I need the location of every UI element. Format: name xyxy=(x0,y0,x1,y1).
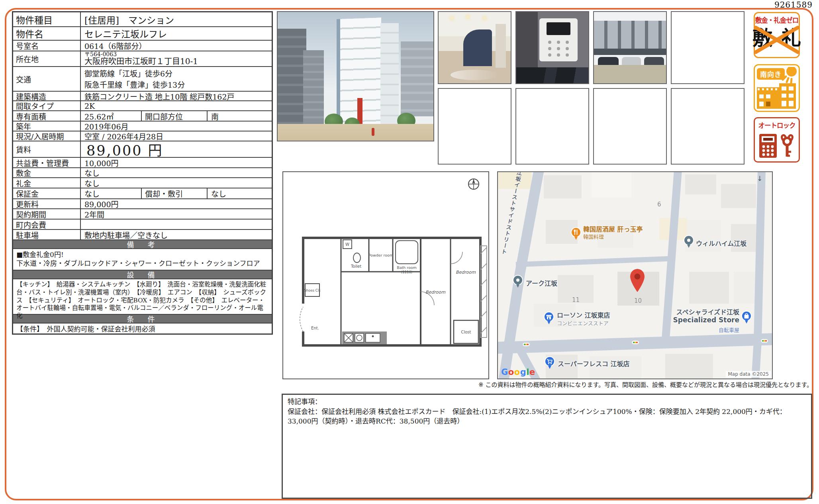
poi-restaurant-category: 韓国料理 xyxy=(583,233,604,240)
location-map: 江坂イーストサイドストリート ↓ 韓国居酒屋 肝っ玉亭 韓国料理 ウィルハイム江… xyxy=(497,171,773,379)
section-equipment: 【キッチン】 給湯器・システムキッチン 【水廻り】 洗面台・浴室乾燥機・洗髪洗面… xyxy=(13,278,272,314)
table-row-guarantee: 保証金 なし 償却・敷引 なし xyxy=(13,188,272,198)
table-row-built: 築年 2019年06月 xyxy=(13,121,272,131)
key-icon xyxy=(779,133,795,158)
row-value: なし xyxy=(81,168,272,177)
section-conditions: 【条件】 外国人契約可能・保証会社利用必須 xyxy=(13,323,272,333)
poi-lawson-category: コンビニエンスストア xyxy=(557,319,609,327)
intercom-key xyxy=(566,47,569,50)
row-label: 現況/入居時期 xyxy=(13,131,81,141)
table-row-contract-period: 契約期間 2年間 xyxy=(13,208,272,219)
photo-building-exterior-main xyxy=(277,11,434,141)
row-label: 保証金 xyxy=(13,188,81,198)
intercom-key xyxy=(548,41,551,44)
row-label: 交通 xyxy=(13,67,81,91)
poi-fresco-name: スーパーフレスコ 江坂店 xyxy=(558,359,629,368)
row-value: なし xyxy=(81,188,142,198)
photo-intercom-panel xyxy=(515,11,589,84)
floor-plan-drawing: Toilet W Powder room Bath room (1116) Be… xyxy=(283,172,488,378)
intercom-icon xyxy=(759,133,777,158)
traffic-light-icon xyxy=(761,339,768,343)
row-label: 礼金 xyxy=(13,178,81,188)
photo-cars-building xyxy=(594,21,666,50)
rent-value: 89,000 円 xyxy=(81,141,272,157)
label-powder-room: Powder room xyxy=(368,253,393,257)
poi-wilheim-name: ウィルハイム江坂 xyxy=(696,238,747,248)
block-number: 6 xyxy=(657,201,661,208)
row-label: 号室名 xyxy=(13,41,81,51)
street-address: 大阪府吹田市江坂町１丁目10-1 xyxy=(84,57,198,66)
poi-specialized-en-name: Specialized Store xyxy=(660,316,739,324)
traffic-light-icon xyxy=(632,341,639,344)
photo-placeholder-empty xyxy=(438,88,511,165)
section-header-equipment: 設 備 xyxy=(13,270,272,278)
label-bedroom-2: Bedroom xyxy=(456,270,476,275)
compass-icon xyxy=(468,179,479,189)
intercom-screen xyxy=(547,22,570,35)
photo-intercom-marble xyxy=(516,67,588,83)
row-label: 物件種目 xyxy=(13,12,81,26)
intercom-key xyxy=(548,53,551,57)
photo-main-tower-side xyxy=(380,23,399,130)
label-bedroom-1: Bedroom xyxy=(425,290,445,295)
photo-placeholder-empty xyxy=(671,11,745,84)
label-bath-size: (1116) xyxy=(401,270,412,274)
row-label: 賃料 xyxy=(13,141,81,157)
badge-zero-characters: 敷 礼 xyxy=(755,25,799,51)
row-value: 89,000円 xyxy=(81,199,272,208)
row-label: 駐車場 xyxy=(13,230,81,239)
poi-specialized-category: 自転車屋 xyxy=(660,326,739,333)
poi-specialized-name: スペシャライズド江坂 xyxy=(660,307,739,316)
remarks-line-1: ■敷金礼金0円! xyxy=(16,250,268,259)
row-label-2: 開口部方位 xyxy=(142,111,208,121)
photo-lobby-interior xyxy=(438,11,511,84)
row-value: 敷地内駐車場／空きなし xyxy=(81,230,272,239)
ceiling-light xyxy=(466,16,469,18)
photo-main-left-building xyxy=(278,29,306,127)
row-value: セレニテ江坂ルフレ xyxy=(81,27,272,40)
intercom-key xyxy=(566,53,569,57)
ceiling-light xyxy=(451,17,453,20)
car xyxy=(644,57,664,66)
label-toilet: Toilet xyxy=(351,264,361,269)
row-value: 御堂筋線「江坂」徒歩6分 阪急千里線「豊津」徒歩13分 xyxy=(81,67,272,91)
row-label: 敷金 xyxy=(13,168,81,177)
intercom-key xyxy=(557,41,560,44)
photo-main-pavement xyxy=(278,124,433,141)
traffic-light-icon xyxy=(523,343,530,346)
intercom-key xyxy=(548,47,551,50)
badge-zero-title: 敷金・礼金ゼロ xyxy=(755,15,799,25)
car xyxy=(598,57,619,66)
table-row-name: 物件名 セレニテ江坂ルフレ xyxy=(13,26,272,40)
special-notes-box: 特記事項： 保証会社：保証会社利用必須 株式会社エポスカード 保証会社:(1)エ… xyxy=(282,394,812,499)
cross-out-icon xyxy=(753,25,800,54)
row-label-2: 償却・敷引 xyxy=(142,188,208,198)
block-number: 11 xyxy=(572,296,580,304)
convenience-store-pin-icon xyxy=(543,312,554,325)
section-header-conditions: 条 件 xyxy=(13,314,272,323)
table-row-neighborhood-fee: 町内会費 xyxy=(13,219,272,229)
badge-south-facing: 南向き xyxy=(754,64,800,112)
label-entrance: Ent. xyxy=(311,326,319,330)
row-label: 町内会費 xyxy=(13,220,81,229)
intercom-panel xyxy=(539,18,578,61)
floor-plan: Toilet W Powder room Bath room (1116) Be… xyxy=(282,171,489,379)
property-table: 物件種目 [住居用] マンション 物件名 セレニテ江坂ルフレ 号室名 0614（… xyxy=(12,11,273,335)
table-row-structure: 建築構造 鉄筋コンクリート造 地上10階 総戸数162戸 xyxy=(13,91,272,100)
photo-main-right-building xyxy=(401,41,433,116)
special-notes-body: 保証会社：保証会社利用必須 株式会社エポスカード 保証会社:(1)エポス月次2.… xyxy=(288,407,801,426)
table-row-room: 号室名 0614（6階部分） xyxy=(13,40,272,51)
row-label: 専有面積 xyxy=(13,111,81,121)
table-row-address: 所在地 〒564-0063 大阪府吹田市江坂町１丁目10-1 xyxy=(13,51,272,66)
table-row-renewal-fee: 更新料 89,000円 xyxy=(13,198,272,208)
photo-cars-canopy xyxy=(594,49,666,55)
table-row-key-money: 礼金 なし xyxy=(13,177,272,188)
row-value: 2019年06月 xyxy=(81,122,272,131)
photo-lobby-feature-wall xyxy=(463,29,492,66)
sun-icon xyxy=(780,67,797,84)
access-line-2: 阪急千里線「豊津」徒歩13分 xyxy=(84,79,185,91)
block-number: 10 xyxy=(634,297,642,304)
section-header-remarks: 備 考 xyxy=(13,239,272,248)
row-value: なし xyxy=(81,178,272,188)
row-value: 25.62㎡ xyxy=(81,111,142,121)
